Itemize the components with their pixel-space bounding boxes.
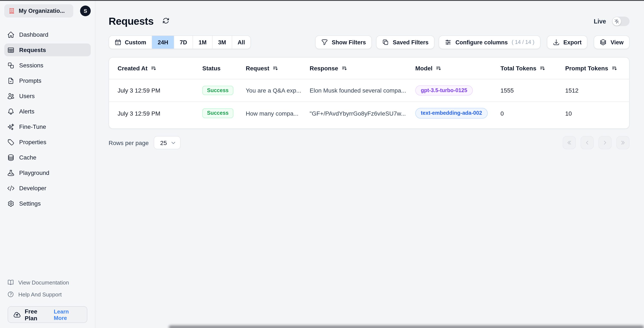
pager [563,136,630,149]
bolt-slash-icon [612,17,621,25]
chevron-left-icon [584,140,590,145]
org-switcher[interactable]: My Organizatio... [4,4,73,18]
column-header-status: Status [202,65,246,72]
sidebar-item-label: Properties [19,139,46,145]
sort-icon [151,65,156,71]
show-filters-label: Show Filters [332,39,366,45]
cell-prompt-tokens: 1512 [565,87,629,94]
sidebar-item-cache[interactable]: Cache [4,151,91,164]
sort-icon [272,65,278,71]
column-header-prompt-tokens[interactable]: Prompt Tokens [565,65,629,72]
saved-filters-label: Saved Filters [393,39,428,45]
plan-card[interactable]: Free Plan Learn More [8,306,87,323]
column-header-created-at[interactable]: Created At [118,65,202,72]
time-range-24h[interactable]: 24H [152,36,174,49]
cell-created-at: July 3 12:59 PM [118,87,202,94]
sidebar-item-developer[interactable]: Developer [4,182,91,195]
refresh-icon [162,17,169,24]
column-header-request[interactable]: Request [246,65,310,72]
sidebar-item-label: Sessions [19,62,44,69]
live-toggle[interactable] [612,17,630,26]
column-header-model[interactable]: Model [415,65,500,72]
building-icon [8,8,15,14]
sort-icon [540,65,546,71]
sidebar-item-label: Cache [19,154,36,161]
learn-more-link[interactable]: Learn More [54,308,82,321]
configure-columns-label: Configure columns [455,39,508,45]
requests-table: Created At Status Request Response Model [108,57,630,129]
sidebar-item-requests[interactable]: Requests [4,44,91,56]
footer-link-label: Help And Support [18,291,62,297]
saved-filters-button[interactable]: Saved Filters [376,35,434,49]
previous-page-button[interactable] [580,136,594,149]
view-documentation-link[interactable]: View Documentation [4,276,91,288]
sidebar-spacer [4,210,91,276]
sidebar: My Organizatio... S Dashboard Requests S… [0,0,96,328]
time-range-7d[interactable]: 7D [174,36,193,49]
users-icon [7,92,14,100]
sidebar-item-alerts[interactable]: Alerts [4,105,91,118]
calendar-icon [114,39,122,46]
view-label: View [610,39,624,45]
sidebar-item-properties[interactable]: Properties [4,136,91,148]
sidebar-item-label: Settings [19,200,41,207]
model-badge: text-embedding-ada-002 [415,108,488,119]
footer-link-label: View Documentation [18,279,69,286]
time-range-3m[interactable]: 3M [212,36,232,49]
cell-request: You are a Q&A exp... [246,87,310,94]
main-content: Requests Live Custom 24H 7D 1M 3M [96,0,644,328]
sidebar-item-prompts[interactable]: Prompts [4,74,91,87]
chevron-right-icon [602,140,608,145]
bell-icon [7,108,14,115]
user-avatar[interactable]: S [80,6,91,16]
sidebar-item-users[interactable]: Users [4,90,91,102]
table-row[interactable]: July 3 12:59 PM Success How many compa..… [109,102,629,124]
export-button[interactable]: Export [547,35,588,49]
rows-per-page-select[interactable]: 25 [154,136,180,149]
cell-total-tokens: 0 [500,110,565,117]
last-page-button[interactable] [616,136,630,149]
sidebar-item-label: Prompts [19,77,41,84]
sidebar-item-label: Playground [19,169,50,176]
live-label: Live [594,18,606,25]
cloud-upload-icon [13,311,21,318]
column-header-total-tokens[interactable]: Total Tokens [500,65,565,72]
time-range-label: Custom [125,39,146,45]
code-icon [7,185,14,192]
table-row[interactable]: July 3 12:59 PM Success You are a Q&A ex… [109,79,629,102]
sliders-icon [445,39,452,46]
layers-icon [600,39,607,46]
sidebar-nav: Dashboard Requests Sessions Prompts User… [4,28,91,210]
sort-icon [342,65,347,71]
database-icon [7,154,14,161]
export-label: Export [563,39,582,45]
cell-response: "GF+/PAvdYbyrrGo8yFz6vIeSU7w... [310,110,415,117]
configure-columns-button[interactable]: Configure columns ( 14 / 14 ) [439,35,540,49]
first-page-button[interactable] [563,136,576,149]
window-bottom-shadow [169,325,644,328]
sidebar-item-dashboard[interactable]: Dashboard [4,28,91,41]
sort-icon [612,65,617,71]
sidebar-item-settings[interactable]: Settings [4,197,91,210]
time-range-custom[interactable]: Custom [109,36,152,49]
gear-icon [7,200,14,207]
column-header-response[interactable]: Response [310,65,415,72]
toolbar: Custom 24H 7D 1M 3M All Show Filters Sav… [108,35,630,49]
time-range-1m[interactable]: 1M [193,36,213,49]
show-filters-button[interactable]: Show Filters [315,35,372,49]
question-circle-icon [7,291,14,298]
view-button[interactable]: View [594,35,630,49]
help-support-link[interactable]: Help And Support [4,288,91,300]
cell-created-at: July 3 12:59 PM [118,110,202,117]
refresh-button[interactable] [161,16,170,26]
next-page-button[interactable] [598,136,612,149]
time-range-all[interactable]: All [232,36,251,49]
tag-icon [7,138,14,146]
sidebar-item-label: Developer [19,185,46,192]
sidebar-item-label: Fine-Tune [19,123,46,130]
sidebar-item-fine-tune[interactable]: Fine-Tune [4,120,91,133]
live-group: Live [594,17,630,26]
download-icon [553,39,560,46]
sidebar-item-sessions[interactable]: Sessions [4,59,91,72]
sidebar-item-playground[interactable]: Playground [4,166,91,179]
